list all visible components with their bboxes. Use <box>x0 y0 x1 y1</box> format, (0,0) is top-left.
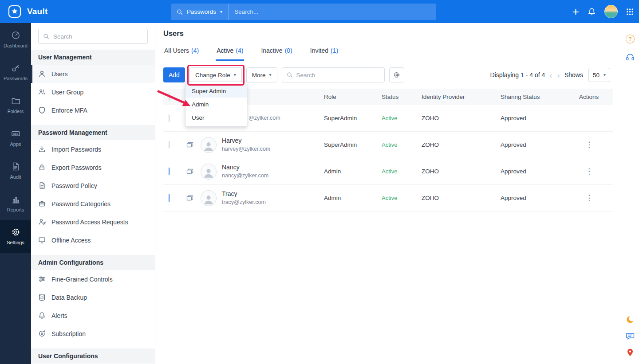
next-page-icon[interactable]: › <box>557 71 560 79</box>
status-badge: Active <box>382 141 397 148</box>
sidebar-item-export-passwords[interactable]: Export Passwords <box>31 158 155 176</box>
app-window: Vault Passwords ▾ + <box>0 0 639 364</box>
rail-item-folders[interactable]: Folders <box>0 89 31 121</box>
chevron-down-icon: ▾ <box>220 10 222 14</box>
brand: Vault <box>0 5 47 18</box>
add-user-button[interactable]: Add <box>163 67 185 82</box>
tab-count: (4) <box>236 47 243 54</box>
more-button[interactable]: More ▾ <box>246 67 277 82</box>
row-checkbox[interactable] <box>169 194 170 202</box>
night-mode-moon-icon[interactable] <box>626 315 635 324</box>
search-scope-dropdown[interactable]: Passwords ▾ <box>171 4 229 20</box>
search-icon <box>177 9 183 15</box>
user-group-icon <box>38 88 46 96</box>
row-actions-menu-icon[interactable]: ⋮ <box>585 140 593 149</box>
rail-item-dashboard[interactable]: Dashboard <box>0 23 31 56</box>
tab-label: Inactive <box>261 47 282 54</box>
sidebar-search-input[interactable] <box>53 33 143 40</box>
sidebar-item-alerts[interactable]: Alerts <box>31 306 155 325</box>
main-content: Users All Users (4) Active (4) Inactive … <box>155 23 621 364</box>
user-name: Nancy <box>222 163 324 172</box>
row-checkbox[interactable] <box>169 114 170 122</box>
table-search-input[interactable] <box>296 72 380 78</box>
sidebar-item-label: Password Access Requests <box>51 219 128 226</box>
rail-item-reports[interactable]: Reports <box>0 187 31 220</box>
lock-icon <box>38 164 46 171</box>
prev-page-icon[interactable]: ‹ <box>549 71 552 79</box>
sidebar-item-import-passwords[interactable]: Import Passwords <box>31 140 155 158</box>
tab-inactive[interactable]: Inactive (0) <box>260 42 293 61</box>
tab-all-users[interactable]: All Users (4) <box>163 42 200 61</box>
user-role: SuperAdmin <box>324 141 382 148</box>
user-role: SuperAdmin <box>324 115 382 121</box>
nav-rail: Dashboard Passwords Folders SSO Apps Aud… <box>0 23 31 364</box>
sharing-status: Approved <box>501 168 579 175</box>
identity-provider: ZOHO <box>422 168 501 175</box>
apps-grid-icon[interactable] <box>626 8 634 16</box>
sidebar-item-password-access-requests[interactable]: Password Access Requests <box>31 213 155 231</box>
search-scope-label: Passwords <box>187 8 216 15</box>
feedback-chat-icon[interactable] <box>626 332 635 341</box>
right-rail-bottom <box>626 315 635 357</box>
user-avatar[interactable] <box>604 5 618 18</box>
help-icon[interactable]: ? <box>626 35 635 43</box>
notifications-bell-icon[interactable] <box>588 8 596 16</box>
change-role-label: Change Role <box>195 72 230 78</box>
global-search: Passwords ▾ <box>171 4 436 20</box>
change-role-button[interactable]: Change Role ▾ <box>189 67 242 82</box>
sidebar-item-fine-grained-controls[interactable]: Fine-Grained Controls <box>31 270 155 288</box>
user-email: harvey@zylker.com <box>222 145 324 153</box>
avatar <box>201 137 217 153</box>
top-bar: Vault Passwords ▾ + <box>0 0 639 23</box>
rail-item-audit[interactable]: Audit <box>0 154 31 187</box>
bell-person-icon <box>38 312 46 319</box>
identity-provider: ZOHO <box>422 195 501 201</box>
audit-document-icon <box>11 162 20 171</box>
table-settings-button[interactable] <box>389 67 404 82</box>
row-checkbox[interactable] <box>169 168 170 175</box>
sidebar-item-user-group[interactable]: User Group <box>31 83 155 101</box>
rail-item-apps[interactable]: SSO Apps <box>0 121 31 154</box>
table-row: Harvey harvey@zylker.com SuperAdmin Acti… <box>163 132 613 158</box>
row-actions-menu-icon[interactable]: ⋮ <box>585 167 593 176</box>
sidebar-item-password-policy[interactable]: Password Policy <box>31 176 155 195</box>
sidebar-item-data-backup[interactable]: Data Backup <box>31 288 155 306</box>
tab-active[interactable]: Active (4) <box>216 42 244 61</box>
menu-item-admin[interactable]: Admin <box>185 98 247 111</box>
rail-label: Folders <box>8 109 24 114</box>
sidebar-item-subscription[interactable]: Subscription <box>31 325 155 343</box>
section-admin-configurations: Admin Configurations <box>31 255 155 270</box>
chevron-down-icon: ▾ <box>604 73 606 77</box>
sharing-status: Approved <box>501 115 579 121</box>
page-size-select[interactable]: 50 ▾ <box>588 68 610 82</box>
sidebar-item-enforce-mfa[interactable]: Enforce MFA <box>31 101 155 119</box>
tab-invited[interactable]: Invited (1) <box>309 42 339 61</box>
identity-provider: ZOHO <box>422 141 501 148</box>
sidebar-item-users[interactable]: Users <box>31 65 155 83</box>
location-pin-icon[interactable] <box>626 348 635 357</box>
row-actions-menu-icon[interactable]: ⋮ <box>585 193 593 203</box>
global-search-input[interactable] <box>229 4 436 20</box>
tab-count: (1) <box>331 47 338 54</box>
search-icon <box>287 72 293 78</box>
header-status: Status <box>382 94 422 100</box>
rail-item-settings[interactable]: Settings <box>0 220 31 253</box>
tab-label: Invited <box>310 47 328 54</box>
row-checkbox[interactable] <box>169 141 170 149</box>
sidebar-item-label: Offline Access <box>51 237 91 244</box>
menu-item-user[interactable]: User <box>185 111 247 124</box>
section-password-management: Password Management <box>31 125 155 140</box>
sidebar-item-label: Users <box>51 70 68 78</box>
change-role-wrap: Change Role ▾ <box>189 67 242 82</box>
menu-item-super-admin[interactable]: Super Admin <box>185 84 247 98</box>
support-headset-icon[interactable] <box>626 53 635 62</box>
rail-label: Passwords <box>4 76 28 81</box>
sidebar-item-offline-access[interactable]: Offline Access <box>31 231 155 249</box>
rail-item-passwords[interactable]: Passwords <box>0 56 31 89</box>
settings-sidebar: User Management Users User Group Enforce… <box>31 23 155 364</box>
rail-label: Audit <box>10 174 21 180</box>
app-title: Vault <box>27 7 47 16</box>
select-all-checkbox[interactable] <box>169 93 170 101</box>
add-new-icon[interactable]: + <box>572 6 579 17</box>
sidebar-item-password-categories[interactable]: Password Categories <box>31 195 155 213</box>
